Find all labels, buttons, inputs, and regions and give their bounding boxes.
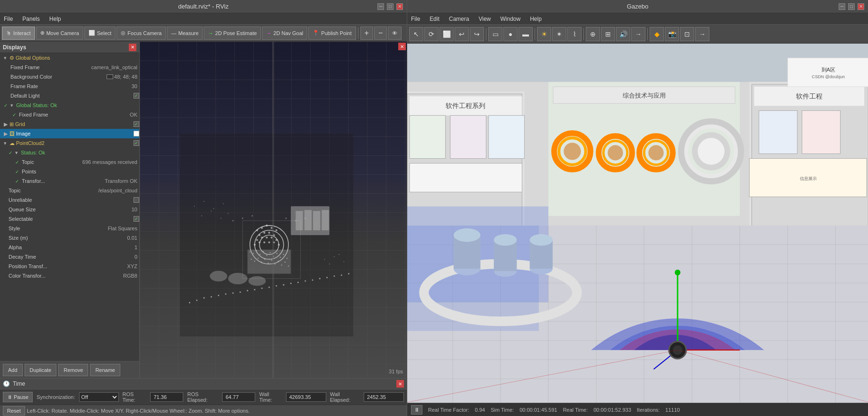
pointcloud2-checkbox[interactable] (134, 140, 139, 146)
gz-sun-tool[interactable]: ☀ (537, 27, 551, 41)
pc2-queue-item[interactable]: Queue Size 10 (0, 205, 139, 214)
move-camera-tool[interactable]: ⊕ Move Camera (36, 27, 83, 40)
frame-rate-item[interactable]: Frame Rate 30 (0, 81, 139, 91)
gz-arrow-tool[interactable]: ↖ (409, 27, 423, 41)
background-color-item[interactable]: Background Color 48; 48; 48 (0, 72, 139, 81)
default-light-item[interactable]: Default Light (0, 91, 139, 100)
rename-button[interactable]: Rename (90, 364, 120, 376)
wall-time-field[interactable] (286, 392, 326, 402)
displays-panel-close[interactable]: ✕ (129, 44, 136, 51)
interact-tool[interactable]: 🖱 Interact (2, 27, 35, 40)
menu-panels[interactable]: Panels (20, 15, 42, 23)
add-button[interactable]: Add (3, 364, 23, 376)
remove-button[interactable]: Remove (58, 364, 88, 376)
gazebo-close-btn[interactable]: ✕ (858, 3, 864, 10)
menu-file[interactable]: File (2, 15, 15, 23)
gazebo-maximize-btn[interactable]: □ (848, 3, 855, 10)
viewport-close-btn[interactable]: ✕ (398, 43, 406, 50)
global-options-item[interactable]: ▾ ⚙ Global Options (0, 53, 139, 63)
pc2-points-item[interactable]: ✓ Points (0, 167, 139, 176)
gz-menu-view[interactable]: View (477, 15, 493, 23)
gz-menu-edit[interactable]: Edit (428, 15, 441, 23)
plus-tool[interactable]: + (360, 27, 373, 40)
gz-rotate-tool[interactable]: ⟳ (424, 27, 438, 41)
pause-button[interactable]: ⏸ Pause (3, 392, 33, 402)
gazebo-minimize-btn[interactable]: ─ (839, 3, 845, 10)
grid-item[interactable]: ▶ ⊞ Grid (0, 119, 139, 129)
rviz-minimize-btn[interactable]: ─ (377, 3, 384, 10)
pc2-style-item[interactable]: Style Flat Squares (0, 224, 139, 233)
ros-time-field[interactable] (150, 392, 183, 402)
rviz-close-btn[interactable]: ✕ (396, 3, 403, 10)
pc2-decay-item[interactable]: Decay Time 0 (0, 252, 139, 262)
gazebo-viewport[interactable]: 软件工程系列 软件工程 到A区 CSDN @doubjun 综合技术与应用 信息… (407, 44, 868, 403)
pc2-topic-path-item[interactable]: Topic /elas/point_cloud (0, 186, 139, 195)
gz-select-tool[interactable]: ⬜ (439, 27, 454, 41)
grid-checkbox[interactable] (134, 121, 139, 127)
pose-estimate-tool[interactable]: → 2D Pose Estimate (204, 27, 261, 40)
pc2-pos-transform-item[interactable]: Position Transf... XYZ (0, 262, 139, 271)
gz-copy-tool[interactable]: ⊞ (601, 27, 615, 41)
gz-arrow2-tool[interactable]: → (631, 27, 645, 41)
measure-tool[interactable]: — Measure (167, 27, 203, 40)
publish-point-tool[interactable]: 📍 Publish Point (308, 27, 356, 40)
fixed-frame-item[interactable]: Fixed Frame camera_link_optical (0, 63, 139, 72)
gz-redo-tool[interactable]: ↪ (470, 27, 484, 41)
gz-pause-btn[interactable]: ⏸ (411, 405, 422, 415)
rviz-viewport[interactable]: ✕ (140, 42, 407, 378)
global-status-item[interactable]: ✓ ▾ Global Status: Ok (0, 100, 139, 110)
gz-grid-tool[interactable]: ⊡ (680, 27, 694, 41)
pointcloud2-expand[interactable]: ▾ (4, 140, 9, 146)
focus-camera-tool[interactable]: ◎ Focus Camera (116, 27, 166, 40)
grid-expand[interactable]: ▶ (4, 121, 9, 127)
pc2-unreliable-checkbox[interactable] (134, 197, 139, 203)
gz-menu-window[interactable]: Window (499, 15, 523, 23)
minus-tool[interactable]: − (374, 27, 387, 40)
select-tool[interactable]: ⬜ Select (84, 27, 116, 40)
fixed-frame-status-item[interactable]: ✓ Fixed Frame OK (0, 110, 139, 119)
displays-tree[interactable]: ▾ ⚙ Global Options Fixed Frame camera_li… (0, 53, 139, 361)
pc2-selectable-item[interactable]: Selectable (0, 214, 139, 224)
gz-light-tool[interactable]: ✶ (552, 27, 566, 41)
menu-help[interactable]: Help (47, 15, 63, 23)
pc2-status-item[interactable]: ✓ ▾ Status: Ok (0, 148, 139, 157)
global-status-expand[interactable]: ▾ (10, 102, 16, 109)
pc2-selectable-checkbox[interactable] (134, 216, 139, 222)
gz-sound-tool[interactable]: 🔊 (616, 27, 630, 41)
camera-view-tool[interactable]: 👁 (388, 27, 402, 40)
default-light-checkbox[interactable] (134, 93, 139, 99)
rviz-maximize-btn[interactable]: □ (387, 3, 394, 10)
image-expand[interactable]: ▶ (4, 131, 9, 137)
gz-menu-file[interactable]: File (409, 15, 422, 23)
gz-joint-tool[interactable]: ⊕ (586, 27, 600, 41)
gz-menu-help[interactable]: Help (528, 15, 544, 23)
pointcloud2-item[interactable]: ▾ ☁ PointCloud2 (0, 138, 139, 148)
reset-button[interactable]: Reset (3, 406, 25, 416)
gz-arrow3-tool[interactable]: → (695, 27, 709, 41)
pc2-alpha-item[interactable]: Alpha 1 (0, 243, 139, 252)
gz-menu-camera[interactable]: Camera (447, 15, 471, 23)
pc2-unreliable-item[interactable]: Unreliable (0, 195, 139, 205)
pc2-transform-item[interactable]: ✓ Transfor... Transform OK (0, 176, 139, 186)
global-options-expand[interactable]: ▾ (4, 55, 9, 61)
panel-resize-handle[interactable] (272, 42, 274, 378)
pc2-size-item[interactable]: Size (m) 0.01 (0, 233, 139, 243)
wall-elapsed-field[interactable] (364, 392, 404, 402)
gz-sphere-tool[interactable]: ● (503, 27, 518, 41)
gz-spotlight-tool[interactable]: ⌇ (567, 27, 582, 41)
gz-box-tool[interactable]: ▭ (488, 27, 502, 41)
sync-select[interactable]: OffExactApproximate (79, 392, 119, 402)
pc2-topic-status-item[interactable]: ✓ Topic 696 messages received (0, 157, 139, 167)
gz-cylinder-tool[interactable]: ▬ (519, 27, 533, 41)
pc2-color-transform-item[interactable]: Color Transfor... RGB8 (0, 271, 139, 280)
svg-rect-50 (313, 211, 320, 230)
pc2-status-expand[interactable]: ▾ (15, 150, 21, 156)
gz-screenshot-tool[interactable]: 📸 (665, 27, 679, 41)
gz-undo-tool[interactable]: ↩ (455, 27, 469, 41)
gz-camera-tool[interactable]: ◆ (650, 27, 664, 41)
image-item[interactable]: ▶ 🖼 Image (0, 129, 139, 138)
time-panel-close[interactable]: ✕ (396, 380, 404, 388)
ros-elapsed-field[interactable] (222, 392, 255, 402)
nav-goal-tool[interactable]: → 2D Nav Goal (262, 27, 307, 40)
duplicate-button[interactable]: Duplicate (25, 364, 57, 376)
